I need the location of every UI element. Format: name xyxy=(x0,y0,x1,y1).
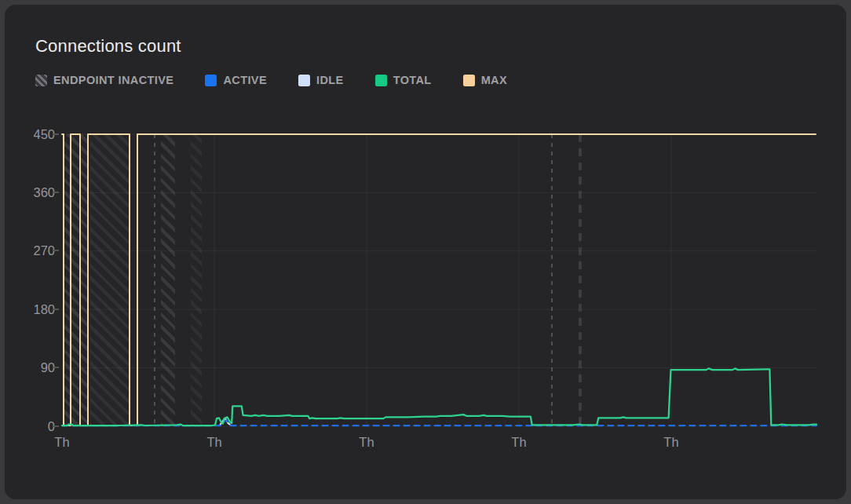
legend-item-total[interactable]: TOTAL xyxy=(375,74,432,86)
endpoint-inactive-swatch-icon xyxy=(35,75,47,86)
y-tick-label: 90 xyxy=(22,360,55,374)
y-tick-mark xyxy=(53,367,59,368)
legend-label: ENDPOINT INACTIVE xyxy=(53,74,173,86)
chart-legend: ENDPOINT INACTIVEACTIVEIDLETOTALMAX xyxy=(35,72,507,88)
legend-item-endpoint-inactive[interactable]: ENDPOINT INACTIVE xyxy=(35,74,173,86)
y-tick-label: 180 xyxy=(22,302,55,316)
y-tick-label: 270 xyxy=(22,243,55,257)
legend-label: MAX xyxy=(481,74,507,86)
total-swatch-icon xyxy=(375,75,387,86)
legend-item-max[interactable]: MAX xyxy=(463,74,507,86)
dashboard-page: { "panel": { "title": "Connections count… xyxy=(0,0,851,504)
y-tick-mark xyxy=(53,425,59,427)
y-tick-mark xyxy=(53,309,59,310)
max-swatch-icon xyxy=(463,75,475,86)
legend-label: IDLE xyxy=(316,74,344,86)
y-tick-label: 360 xyxy=(22,185,55,199)
x-tick-label: Th xyxy=(45,435,79,449)
legend-label: TOTAL xyxy=(393,74,432,86)
max-line xyxy=(62,134,816,425)
x-tick-label: Th xyxy=(654,435,688,449)
active-swatch-icon xyxy=(205,75,217,86)
legend-item-active[interactable]: ACTIVE xyxy=(205,74,267,86)
y-tick-mark xyxy=(53,133,59,135)
x-tick-label: Th xyxy=(502,435,536,449)
y-tick-mark xyxy=(53,192,59,193)
total-line xyxy=(62,368,816,425)
y-tick-label: 450 xyxy=(22,127,55,141)
legend-label: ACTIVE xyxy=(223,74,267,86)
chart-title: Connections count xyxy=(35,36,181,57)
idle-swatch-icon xyxy=(298,75,310,86)
series-canvas xyxy=(62,134,816,426)
y-tick-mark xyxy=(53,250,59,251)
x-tick-label: Th xyxy=(349,435,384,449)
x-tick-label: Th xyxy=(197,435,232,449)
y-tick-label: 0 xyxy=(22,419,55,433)
plot-area xyxy=(62,134,816,426)
legend-item-idle[interactable]: IDLE xyxy=(298,74,344,86)
connections-count-panel: Connections count ENDPOINT INACTIVEACTIV… xyxy=(5,5,846,499)
